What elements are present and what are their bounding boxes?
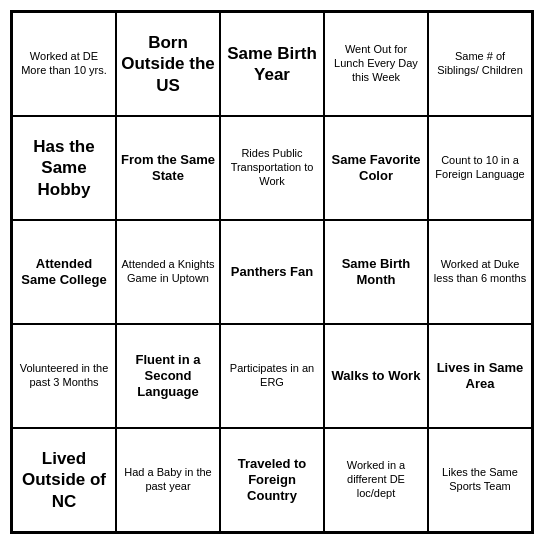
bingo-cell-4: Same # of Siblings/ Children <box>428 12 532 116</box>
bingo-cell-13: Same Birth Month <box>324 220 428 324</box>
bingo-cell-22: Traveled to Foreign Country <box>220 428 324 532</box>
bingo-cell-12: Panthers Fan <box>220 220 324 324</box>
bingo-cell-1: Born Outside the US <box>116 12 220 116</box>
bingo-cell-5: Has the Same Hobby <box>12 116 116 220</box>
bingo-cell-10: Attended Same College <box>12 220 116 324</box>
bingo-cell-0: Worked at DE More than 10 yrs. <box>12 12 116 116</box>
bingo-cell-14: Worked at Duke less than 6 months <box>428 220 532 324</box>
bingo-board: Worked at DE More than 10 yrs.Born Outsi… <box>10 10 534 534</box>
bingo-cell-19: Lives in Same Area <box>428 324 532 428</box>
bingo-cell-8: Same Favorite Color <box>324 116 428 220</box>
bingo-cell-7: Rides Public Transportation to Work <box>220 116 324 220</box>
bingo-cell-24: Likes the Same Sports Team <box>428 428 532 532</box>
bingo-cell-16: Fluent in a Second Language <box>116 324 220 428</box>
bingo-cell-18: Walks to Work <box>324 324 428 428</box>
bingo-cell-2: Same Birth Year <box>220 12 324 116</box>
bingo-cell-9: Count to 10 in a Foreign Language <box>428 116 532 220</box>
bingo-cell-15: Volunteered in the past 3 Months <box>12 324 116 428</box>
bingo-cell-20: Lived Outside of NC <box>12 428 116 532</box>
bingo-cell-11: Attended a Knights Game in Uptown <box>116 220 220 324</box>
bingo-cell-3: Went Out for Lunch Every Day this Week <box>324 12 428 116</box>
bingo-cell-17: Participates in an ERG <box>220 324 324 428</box>
bingo-cell-23: Worked in a different DE loc/dept <box>324 428 428 532</box>
bingo-cell-21: Had a Baby in the past year <box>116 428 220 532</box>
bingo-cell-6: From the Same State <box>116 116 220 220</box>
